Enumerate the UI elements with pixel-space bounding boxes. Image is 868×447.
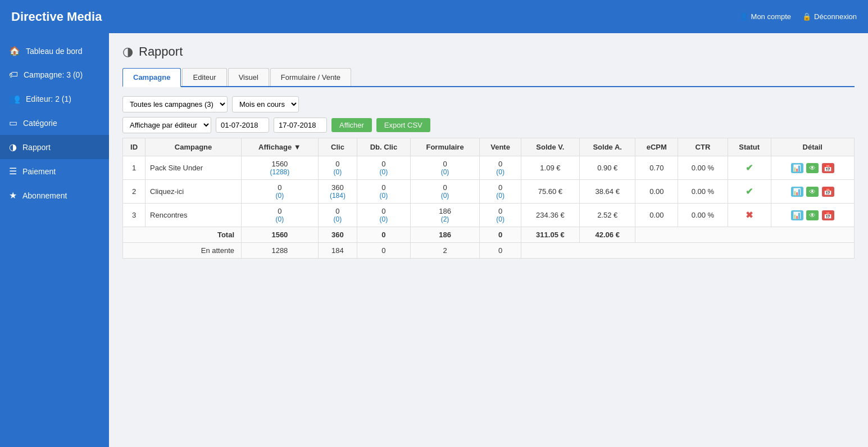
pending-dbclic: 0 xyxy=(357,243,411,259)
chart-icon[interactable]: 📊 xyxy=(791,163,803,173)
col-statut: Statut xyxy=(728,138,771,156)
cell-ecpm: 0.70 xyxy=(635,156,678,180)
tag-icon: 🏷 xyxy=(9,70,18,80)
date-from-input[interactable] xyxy=(216,118,269,133)
pending-row: En attente 1288 184 0 2 0 xyxy=(123,243,855,259)
sidebar-item-paiement[interactable]: ☰ Paiement xyxy=(0,159,109,183)
eye-icon[interactable]: 👁 xyxy=(806,187,819,197)
total-vente: 0 xyxy=(480,227,521,243)
pending-clic: 184 xyxy=(318,243,357,259)
cell-solde-v: 234.36 € xyxy=(521,204,579,227)
export-csv-button[interactable]: Export CSV xyxy=(376,118,430,132)
cell-statut: ✔ xyxy=(728,156,771,180)
top-header: Directive Media 👤 Mon compte 🔒 Déconnexi… xyxy=(0,0,868,33)
total-clic: 360 xyxy=(318,227,357,243)
cell-ctr: 0.00 % xyxy=(678,204,728,227)
display-select[interactable]: Affichage par éditeur xyxy=(122,117,211,133)
home-icon: 🏠 xyxy=(9,46,20,56)
star-icon: ★ xyxy=(9,190,17,201)
col-campagne: Campagne xyxy=(146,138,242,156)
app-title: Directive Media xyxy=(11,10,102,24)
content-area: ◑ Rapport Campagne Editeur Visuel Formul… xyxy=(109,33,868,447)
cell-id: 2 xyxy=(123,180,146,204)
sidebar-item-editeur[interactable]: 👥 Editeur: 2 (1) xyxy=(0,87,109,111)
table-row: 2 Cliquez-ici 0 (0) 360 (184) 0 (0) xyxy=(123,180,855,204)
cell-dbclic: 0 (0) xyxy=(357,180,411,204)
col-ctr: CTR xyxy=(678,138,728,156)
mon-compte-link[interactable]: 👤 Mon compte xyxy=(739,12,792,21)
pending-label: En attente xyxy=(123,243,242,259)
sidebar-item-abonnement[interactable]: ★ Abonnement xyxy=(0,183,109,207)
col-clic: Clic xyxy=(318,138,357,156)
page-title-row: ◑ Rapport xyxy=(122,44,855,59)
cell-formulaire: 0 (0) xyxy=(410,156,480,180)
total-label: Total xyxy=(123,227,242,243)
eye-icon[interactable]: 👁 xyxy=(806,163,819,173)
cell-formulaire: 186 (2) xyxy=(410,204,480,227)
cell-ecpm: 0.00 xyxy=(635,180,678,204)
table-row: 3 Rencontres 0 (0) 0 (0) 0 (0) xyxy=(123,204,855,227)
cell-ctr: 0.00 % xyxy=(678,156,728,180)
cell-clic: 0 (0) xyxy=(318,204,357,227)
deconnexion-link[interactable]: 🔒 Déconnexion xyxy=(802,12,857,21)
total-formulaire: 186 xyxy=(410,227,480,243)
cell-clic: 360 (184) xyxy=(318,180,357,204)
cell-affichage: 1560 (1288) xyxy=(242,156,319,180)
report-table: ID Campagne Affichage ▼ Clic Db. Clic Fo… xyxy=(122,138,855,259)
calendar-icon[interactable]: 📅 xyxy=(822,163,834,173)
rapport-icon: ◑ xyxy=(9,142,17,152)
calendar-icon[interactable]: 📅 xyxy=(822,187,834,197)
cell-solde-a: 0.90 € xyxy=(580,156,635,180)
cell-campagne: Cliquez-ici xyxy=(146,180,242,204)
total-row: Total 1560 360 0 186 0 311.05 € 42.06 € xyxy=(123,227,855,243)
cell-solde-v: 75.60 € xyxy=(521,180,579,204)
cell-affichage: 0 (0) xyxy=(242,180,319,204)
sidebar-item-campagne[interactable]: 🏷 Campagne: 3 (0) xyxy=(0,63,109,87)
page-title-icon: ◑ xyxy=(122,44,133,59)
page-title: Rapport xyxy=(139,44,183,59)
cell-statut: ✔ xyxy=(728,180,771,204)
sidebar: 🏠 Tableau de bord 🏷 Campagne: 3 (0) 👥 Ed… xyxy=(0,33,109,447)
period-select[interactable]: Mois en cours xyxy=(232,96,299,112)
calendar-icon[interactable]: 📅 xyxy=(822,210,834,220)
date-to-input[interactable] xyxy=(274,118,327,133)
total-dbclic: 0 xyxy=(357,227,411,243)
tab-campagne[interactable]: Campagne xyxy=(122,68,181,87)
col-solde-v: Solde V. xyxy=(521,138,579,156)
filters-row-2: Affichage par éditeur Afficher Export CS… xyxy=(122,117,855,133)
chart-icon[interactable]: 📊 xyxy=(791,210,803,220)
table-row: 1 Pack Site Under 1560 (1288) 0 (0) 0 (0… xyxy=(123,156,855,180)
sidebar-item-categorie[interactable]: ▭ Catégorie xyxy=(0,111,109,135)
col-id: ID xyxy=(123,138,146,156)
cell-id: 3 xyxy=(123,204,146,227)
cell-vente: 0 (0) xyxy=(480,156,521,180)
campaign-select[interactable]: Toutes les campagnes (3) xyxy=(122,96,228,112)
table-header-row: ID Campagne Affichage ▼ Clic Db. Clic Fo… xyxy=(123,138,855,156)
cell-solde-a: 38.64 € xyxy=(580,180,635,204)
cell-vente: 0 (0) xyxy=(480,204,521,227)
col-vente: Vente xyxy=(480,138,521,156)
col-detail: Détail xyxy=(771,138,854,156)
total-affichage: 1560 xyxy=(242,227,319,243)
tab-formulaire-vente[interactable]: Formulaire / Vente xyxy=(270,68,351,86)
cell-ecpm: 0.00 xyxy=(635,204,678,227)
chart-icon[interactable]: 📊 xyxy=(791,187,803,197)
pending-affichage: 1288 xyxy=(242,243,319,259)
col-affichage[interactable]: Affichage ▼ xyxy=(242,138,319,156)
sidebar-item-tableau[interactable]: 🏠 Tableau de bord xyxy=(0,39,109,63)
eye-icon[interactable]: 👁 xyxy=(806,210,819,220)
sidebar-item-rapport[interactable]: ◑ Rapport xyxy=(0,135,109,159)
cell-solde-v: 1.09 € xyxy=(521,156,579,180)
header-right: 👤 Mon compte 🔒 Déconnexion xyxy=(739,12,857,21)
cell-vente: 0 (0) xyxy=(480,180,521,204)
pending-formulaire: 2 xyxy=(410,243,480,259)
payment-icon: ☰ xyxy=(9,166,17,177)
cell-affichage: 0 (0) xyxy=(242,204,319,227)
tab-visuel[interactable]: Visuel xyxy=(228,68,269,86)
afficher-button[interactable]: Afficher xyxy=(331,118,372,132)
tab-editeur[interactable]: Editeur xyxy=(182,68,226,86)
col-ecpm: eCPM xyxy=(635,138,678,156)
main-layout: 🏠 Tableau de bord 🏷 Campagne: 3 (0) 👥 Ed… xyxy=(0,33,868,447)
tabs-bar: Campagne Editeur Visuel Formulaire / Ven… xyxy=(122,68,855,87)
cell-id: 1 xyxy=(123,156,146,180)
